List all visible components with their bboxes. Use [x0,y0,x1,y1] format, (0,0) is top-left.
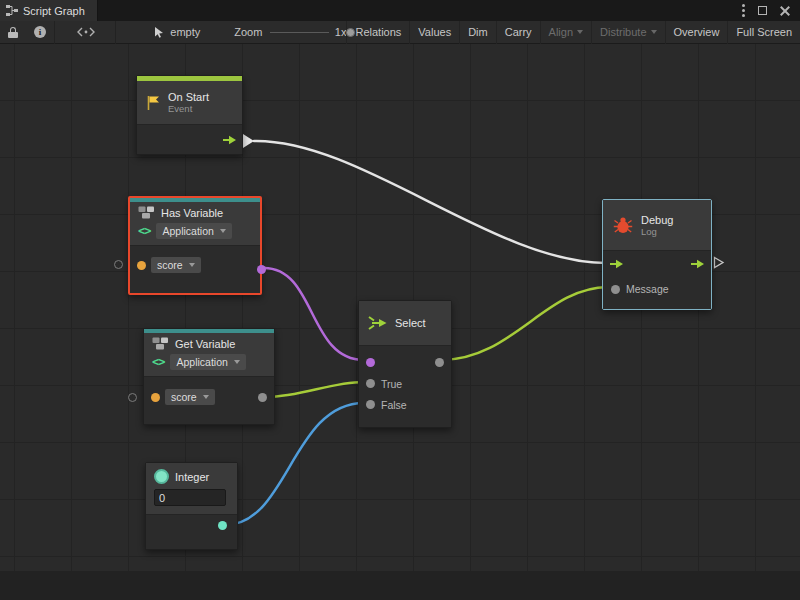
variable-name-dropdown[interactable]: score [165,389,215,405]
node-select[interactable]: Select True False [358,300,452,428]
chevron-down-icon [220,229,226,233]
node-title: Debug [641,214,673,226]
graph-toolbar: i empty Zoom 1x Relations Values Dim Car… [0,21,800,44]
control-output-port[interactable] [222,135,237,145]
values-label: Values [418,26,451,38]
node-subtitle: Event [168,103,209,114]
chevron-down-icon [234,360,240,364]
canvas-bottom-edge [0,571,800,600]
toolbar-separator [115,21,116,44]
variable-name-input-port[interactable] [137,261,146,270]
control-input-port[interactable] [609,259,624,269]
overview-button[interactable]: Overview [665,21,728,44]
zoom-label: Zoom [234,26,262,38]
dim-button[interactable]: Dim [459,21,496,44]
full-screen-label: Full Screen [736,26,792,38]
chevron-down-icon [203,395,209,399]
scope-dropdown[interactable]: Application [156,223,231,239]
message-port-label: Message [626,283,669,295]
node-debug-log[interactable]: Debug Log Message [602,199,712,310]
value-output-port[interactable] [258,393,267,402]
cursor-icon [153,26,165,38]
overview-label: Overview [674,26,720,38]
selection-status: empty [153,26,200,38]
message-input-port[interactable] [611,285,620,294]
lock-button[interactable] [0,27,26,38]
graph-canvas[interactable]: On Start Event Has Variable <> [0,44,800,600]
true-input-port[interactable] [366,379,375,388]
scope-icon: <> [152,355,164,369]
connection-getvariable-to-select-true[interactable] [266,382,364,397]
node-get-variable[interactable]: Get Variable <> Application score [143,328,275,425]
connection-continue-arrow [713,256,725,269]
connection-select-to-debuglog-message[interactable] [441,287,608,360]
integer-icon [154,469,169,484]
integer-value-input[interactable] [154,489,226,506]
node-on-start[interactable]: On Start Event [136,75,243,155]
node-title: On Start [168,91,209,103]
relations-label: Relations [355,26,401,38]
distribute-label: Distribute [600,26,646,38]
tab-label: Script Graph [23,5,85,17]
chevron-down-icon [189,263,195,267]
zoom-slider-handle[interactable] [346,28,355,37]
control-output-port[interactable] [690,259,705,269]
connection-hasvariable-to-select[interactable] [264,268,364,360]
bug-icon [613,217,633,234]
false-input-port[interactable] [366,400,375,409]
condition-input-port[interactable] [366,358,375,367]
node-title: Integer [175,471,209,483]
flag-icon [146,95,161,111]
node-title: Get Variable [175,338,235,350]
full-screen-button[interactable]: Full Screen [727,21,800,44]
close-icon[interactable] [780,6,790,16]
align-button[interactable]: Align [540,21,591,44]
window-titlebar: Script Graph [0,0,800,21]
code-preview-button[interactable] [69,27,103,37]
false-port-label: False [381,399,407,411]
maximize-icon[interactable] [758,6,767,15]
node-integer[interactable]: Integer [145,462,238,550]
values-button[interactable]: Values [409,21,459,44]
scope-dropdown[interactable]: Application [170,354,245,370]
variables-icon [152,337,169,350]
toolbar-separator [54,21,55,44]
variables-icon [138,206,155,219]
scope-dropdown-value: Application [162,225,213,237]
node-has-variable[interactable]: Has Variable <> Application score [128,196,262,295]
scope-icon: <> [138,224,150,238]
variable-name-dropdown[interactable]: score [151,257,201,273]
node-title: Has Variable [161,207,223,219]
chevron-down-icon [651,30,657,34]
variable-name-value: score [171,391,197,403]
selection-output-port[interactable] [435,358,444,367]
hasvariable-free-input-port[interactable] [114,260,123,269]
zoom-value: 1x [335,26,347,38]
relations-button[interactable]: Relations [346,21,409,44]
variable-name-input-port[interactable] [151,393,160,402]
dim-label: Dim [468,26,488,38]
connection-onstart-to-debuglog[interactable] [254,141,606,263]
tab-script-graph[interactable]: Script Graph [0,0,98,21]
chevron-down-icon [577,30,583,34]
getvariable-free-input-port[interactable] [128,393,137,402]
node-subtitle: Log [641,226,673,237]
align-label: Align [549,26,573,38]
angle-brackets-icon [77,27,95,37]
inspect-button[interactable]: i [26,26,54,38]
variable-name-value: score [157,259,183,271]
zoom-slider-track[interactable] [270,32,328,34]
graph-icon [6,5,18,16]
zoom-slider[interactable] [270,21,328,44]
scope-dropdown-value: Application [176,356,227,368]
true-port-label: True [381,378,402,390]
node-title: Select [395,317,426,329]
integer-output-port[interactable] [218,521,227,530]
info-icon: i [34,26,46,38]
distribute-button[interactable]: Distribute [591,21,664,44]
carry-button[interactable]: Carry [496,21,540,44]
select-icon [368,316,388,330]
window-menu-icon[interactable] [742,4,745,17]
connection-start-arrow [243,134,254,148]
boolean-output-port[interactable] [257,265,266,274]
